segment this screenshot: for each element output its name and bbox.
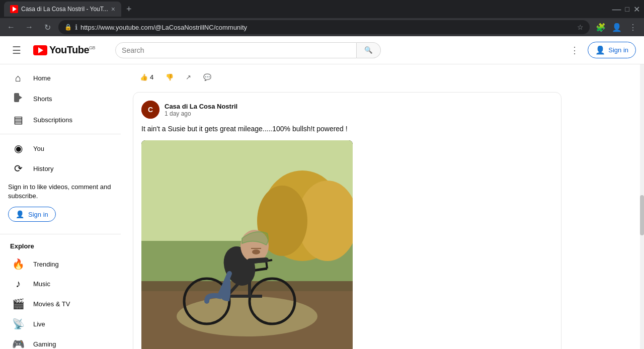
forward-button[interactable]: → bbox=[22, 20, 36, 34]
scrollbar-track[interactable] bbox=[640, 64, 644, 349]
top-dislike-button[interactable]: 👎 bbox=[160, 70, 179, 84]
search-input[interactable] bbox=[116, 46, 356, 54]
subscriptions-icon: ▤ bbox=[12, 114, 24, 126]
history-icon: ⟳ bbox=[12, 162, 24, 175]
info-icon: ℹ bbox=[75, 23, 77, 31]
top-comment-button[interactable]: 💬 bbox=[198, 70, 216, 84]
dislike-icon: 👎 bbox=[166, 73, 174, 81]
sidebar-item-shorts[interactable]: Shorts bbox=[2, 88, 119, 110]
youtube-logo-text: YouTubeGB bbox=[49, 44, 95, 56]
content-area: 👍 4 👎 ↗ 💬 bbox=[121, 64, 574, 349]
browser-menu-icon[interactable]: ⋮ bbox=[626, 20, 640, 34]
sidebar-label-gaming: Gaming bbox=[33, 340, 56, 348]
url-bar[interactable]: 🔒 ℹ https://www.youtube.com/@LaCosaNostr… bbox=[58, 20, 590, 34]
browser-titlebar: Casa di La Cosa Nostril - YouT... × + — … bbox=[0, 0, 644, 18]
post-meta-1: Casa di La Cosa Nostril 1 day ago bbox=[165, 103, 237, 117]
youtube-logo-icon bbox=[33, 45, 47, 55]
sidebar-item-trending[interactable]: 🔥 Trending bbox=[2, 254, 119, 274]
sign-in-box: Sign in to like videos, comment and subs… bbox=[0, 179, 121, 230]
top-post-actions: 👍 4 👎 ↗ 💬 bbox=[133, 64, 561, 84]
post-text-1: It ain't a Susie but it gets great milea… bbox=[141, 124, 553, 134]
sidebar-label-history: History bbox=[33, 165, 53, 172]
sidebar-label-you: You bbox=[33, 145, 44, 152]
sidebar-item-music[interactable]: ♪ Music bbox=[2, 274, 119, 294]
sidebar-label-subscriptions: Subscriptions bbox=[33, 116, 72, 124]
url-text[interactable]: https://www.youtube.com/@LaCosaNostrillN… bbox=[80, 24, 574, 31]
header-actions: ⋮ 👤 Sign in bbox=[566, 41, 636, 59]
top-share-button[interactable]: ↗ bbox=[181, 70, 196, 84]
star-icon[interactable]: ☆ bbox=[577, 23, 584, 31]
more-options-icon[interactable]: ⋮ bbox=[566, 41, 584, 59]
youtube-header: ☰ YouTubeGB 🔍 ⋮ 👤 Sign in bbox=[0, 36, 644, 64]
tab-favicon bbox=[10, 5, 18, 13]
like-icon: 👍 bbox=[140, 73, 148, 81]
post-image-1 bbox=[141, 140, 353, 349]
live-icon: 📡 bbox=[12, 318, 24, 330]
sidebar-item-live[interactable]: 📡 Live bbox=[2, 314, 119, 334]
sidebar-label-live: Live bbox=[33, 320, 45, 328]
search-container: 🔍 bbox=[115, 42, 557, 58]
you-icon: ◉ bbox=[12, 142, 24, 154]
sidebar-item-you[interactable]: ◉ You bbox=[2, 138, 119, 158]
sidebar-sign-in-button[interactable]: 👤 Sign in bbox=[8, 207, 56, 222]
sidebar-item-movies[interactable]: 🎬 Movies & TV bbox=[2, 294, 119, 314]
sign-in-prompt-text: Sign in to like videos, comment and subs… bbox=[8, 183, 113, 201]
explore-section-title: Explore bbox=[0, 238, 121, 254]
gaming-icon: 🎮 bbox=[12, 338, 24, 349]
post-author-1[interactable]: Casa di La Cosa Nostril bbox=[165, 103, 237, 110]
sidebar-item-gaming[interactable]: 🎮 Gaming bbox=[2, 334, 119, 349]
sidebar-label-shorts: Shorts bbox=[33, 95, 52, 103]
svg-rect-0 bbox=[14, 93, 19, 102]
profile-icon[interactable]: 👤 bbox=[610, 20, 624, 34]
sidebar-label-trending: Trending bbox=[33, 260, 59, 268]
browser-toolbar: 🧩 👤 ⋮ bbox=[594, 20, 640, 34]
sidebar-item-subscriptions[interactable]: ▤ Subscriptions bbox=[2, 110, 119, 130]
post-time-1: 1 day ago bbox=[165, 110, 237, 117]
refresh-button[interactable]: ↻ bbox=[40, 20, 54, 34]
sidebar-item-home[interactable]: ⌂ Home bbox=[2, 68, 119, 88]
tab-close-button[interactable]: × bbox=[111, 5, 115, 13]
sign-in-button[interactable]: 👤 Sign in bbox=[588, 42, 636, 58]
lock-icon: 🔒 bbox=[64, 24, 72, 31]
post-header-1: C Casa di La Cosa Nostril 1 day ago bbox=[141, 101, 553, 119]
sidebar: ⌂ Home Shorts ▤ Subscriptions ◉ You ⟳ bbox=[0, 64, 121, 349]
search-bar[interactable] bbox=[115, 42, 357, 58]
new-tab-button[interactable]: + bbox=[124, 2, 134, 17]
hamburger-menu[interactable]: ☰ bbox=[8, 40, 25, 60]
trending-icon: 🔥 bbox=[12, 258, 24, 270]
svg-point-22 bbox=[252, 249, 260, 254]
search-button[interactable]: 🔍 bbox=[357, 42, 381, 58]
close-window-button[interactable]: ✕ bbox=[633, 5, 640, 14]
youtube-app: ☰ YouTubeGB 🔍 ⋮ 👤 Sign in bbox=[0, 36, 644, 349]
search-icon: 🔍 bbox=[364, 46, 373, 54]
top-like-button[interactable]: 👍 4 bbox=[135, 70, 158, 84]
sidebar-label-home: Home bbox=[33, 74, 51, 82]
movies-icon: 🎬 bbox=[12, 298, 24, 310]
youtube-logo[interactable]: YouTubeGB bbox=[33, 44, 95, 56]
comment-icon: 💬 bbox=[203, 73, 211, 81]
youtube-body: ⌂ Home Shorts ▤ Subscriptions ◉ You ⟳ bbox=[0, 64, 644, 349]
extensions-icon[interactable]: 🧩 bbox=[594, 20, 608, 34]
home-icon: ⌂ bbox=[12, 72, 24, 84]
tab-title: Casa di La Cosa Nostril - YouT... bbox=[21, 6, 108, 13]
minimize-button[interactable]: — bbox=[612, 4, 621, 15]
avatar-1: C bbox=[141, 101, 159, 119]
sidebar-user-icon: 👤 bbox=[16, 210, 24, 218]
shorts-icon bbox=[12, 92, 24, 106]
main-content: 👍 4 👎 ↗ 💬 bbox=[121, 64, 644, 349]
sidebar-divider-1 bbox=[0, 134, 121, 134]
svg-text:C: C bbox=[148, 106, 153, 114]
share-icon: ↗ bbox=[186, 73, 191, 81]
browser-tab[interactable]: Casa di La Cosa Nostril - YouT... × bbox=[4, 2, 121, 17]
sidebar-divider-2 bbox=[0, 234, 121, 234]
sidebar-label-movies: Movies & TV bbox=[33, 300, 70, 308]
address-bar: ← → ↻ 🔒 ℹ https://www.youtube.com/@LaCos… bbox=[0, 18, 644, 36]
music-icon: ♪ bbox=[12, 278, 24, 290]
post-card-1: C Casa di La Cosa Nostril 1 day ago It a… bbox=[133, 92, 561, 349]
maximize-button[interactable]: □ bbox=[625, 5, 629, 13]
scrollbar-thumb[interactable] bbox=[640, 195, 644, 235]
sidebar-label-music: Music bbox=[33, 280, 50, 288]
svg-point-11 bbox=[177, 296, 317, 336]
sidebar-item-history[interactable]: ⟳ History bbox=[2, 158, 119, 179]
back-button[interactable]: ← bbox=[4, 20, 18, 34]
